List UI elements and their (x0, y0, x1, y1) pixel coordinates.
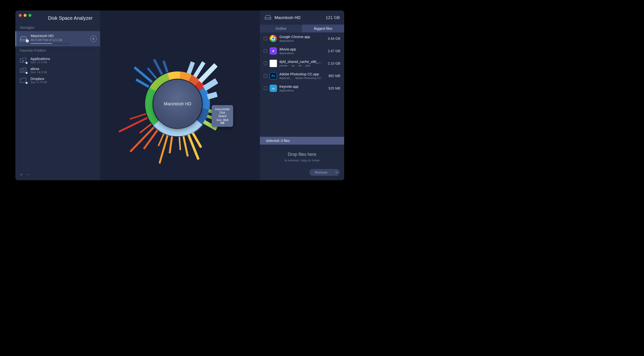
file-row[interactable]: Google Chrome.appApplications3.44 GB (260, 33, 344, 45)
remove-button-label: Remove (309, 169, 333, 176)
app-icon (270, 35, 277, 42)
file-checkbox[interactable] (264, 49, 267, 53)
file-path: Applications (280, 39, 326, 42)
selected-bar: Selected: 0 files (260, 137, 344, 145)
favorite-item[interactable]: alexaSize: 14.3 GB (15, 65, 100, 75)
scan-button[interactable] (90, 36, 97, 42)
zoom-window-button[interactable] (28, 14, 32, 17)
folder-icon (20, 57, 27, 63)
file-size: 525 MB (328, 86, 340, 90)
remove-button-dropdown[interactable] (333, 169, 340, 176)
file-name: Google Chrome.app (280, 35, 326, 39)
disk-icon (20, 36, 28, 42)
file-path: private › var › db › dyld (280, 64, 326, 67)
storage-sub: 40.0 GB Free of 121 GB (31, 38, 88, 42)
remove-button[interactable]: Remove (309, 169, 340, 176)
storage-name: Macintosh HD (31, 34, 88, 38)
app-window: Disk Space Analyzer Storages Macintosh H… (15, 11, 344, 180)
file-row[interactable]: ▭Keynote.appApplications525 MB (260, 82, 344, 95)
favorite-name: Dropbox (30, 77, 47, 81)
add-favorite-button[interactable]: + (20, 172, 23, 177)
file-name: dyld_shared_cache_x86_... (280, 60, 326, 64)
close-window-button[interactable] (19, 14, 22, 17)
file-row[interactable]: PsAdobe Photoshop CC.appApplicati... › A… (260, 70, 344, 82)
file-name: iMovie.app (280, 47, 326, 51)
folder-icon (20, 77, 27, 83)
file-path: Applicati... › Adobe Photoshop CC (280, 77, 326, 80)
center-panel: Macintosh HD Inaccesible Disk Space Size… (100, 11, 260, 180)
svg-point-2 (26, 62, 28, 64)
sunburst-tooltip: Inaccesible Disk Space Size: 33.0 GB (212, 105, 233, 127)
storage-progress (31, 43, 70, 44)
file-row[interactable]: dyld_shared_cache_x86_...private › var ›… (260, 57, 344, 70)
sidebar-footer: + − (15, 169, 100, 180)
file-size: 2.10 GB (328, 61, 340, 65)
tooltip-title: Inaccesible Disk Space (215, 108, 230, 118)
file-name: Adobe Photoshop CC.app (280, 72, 326, 76)
right-header: Macintosh HD 121 GB (260, 11, 344, 25)
favorite-item[interactable]: ApplicationsSize: 11.9 GB (15, 55, 100, 65)
sunburst-chart[interactable]: Macintosh HD Inaccesible Disk Space Size… (128, 38, 232, 153)
disk-icon (264, 14, 272, 21)
sunburst-core[interactable]: Macintosh HD (153, 80, 202, 128)
remove-favorite-button[interactable]: − (26, 172, 30, 177)
tabs: Outline Biggest files (260, 25, 344, 33)
storage-item-macintosh-hd[interactable]: Macintosh HD 40.0 GB Free of 121 GB (15, 31, 100, 46)
svg-point-3 (26, 72, 28, 74)
favorites-list: ApplicationsSize: 11.9 GBalexaSize: 14.3… (15, 54, 100, 86)
file-row[interactable]: ★iMovie.appApplications2.47 GB (260, 45, 344, 57)
file-checkbox[interactable] (264, 87, 267, 90)
svg-point-15 (270, 18, 270, 19)
file-path: Applications (280, 89, 326, 92)
app-icon: Ps (270, 72, 277, 80)
folder-icon (20, 67, 27, 73)
file-checkbox[interactable] (264, 74, 267, 78)
file-name: Keynote.app (280, 85, 326, 89)
file-path: Applications (280, 52, 326, 55)
minimize-window-button[interactable] (24, 14, 26, 17)
favorites-section-label: Favorite Folders (15, 48, 100, 54)
file-checkbox[interactable] (264, 62, 267, 65)
right-disk-name: Macintosh HD (274, 15, 323, 20)
drop-zone[interactable]: Drop files here to remove, copy or move (260, 145, 344, 164)
storages-section-label: Storages (15, 25, 100, 31)
drop-title: Drop files here (262, 152, 342, 157)
favorite-item[interactable]: DropboxSize: 4.79 GB (15, 75, 100, 85)
app-icon: ★ (270, 47, 277, 55)
tooltip-size: Size: 33.0 GB (215, 118, 230, 124)
storage-item-text: Macintosh HD 40.0 GB Free of 121 GB (31, 34, 88, 44)
chevron-down-icon (336, 172, 337, 173)
favorite-size: Size: 14.3 GB (30, 71, 47, 74)
app-icon: ▭ (270, 85, 277, 92)
file-list[interactable]: Google Chrome.appApplications3.44 GB★iMo… (260, 33, 344, 137)
file-size: 892 MB (328, 74, 340, 78)
window-controls (19, 14, 32, 17)
sidebar: Disk Space Analyzer Storages Macintosh H… (15, 11, 100, 180)
sunburst-core-label: Macintosh HD (164, 101, 191, 107)
bottom-bar: Remove (260, 164, 344, 180)
right-panel: Macintosh HD 121 GB Outline Biggest file… (260, 11, 344, 180)
file-size: 3.44 GB (328, 37, 340, 41)
tab-biggest-files[interactable]: Biggest files (302, 25, 344, 33)
favorite-name: alexa (30, 67, 47, 71)
right-disk-size: 121 GB (326, 15, 340, 20)
svg-point-4 (26, 82, 28, 84)
file-size: 2.47 GB (328, 49, 340, 53)
app-icon (270, 60, 277, 67)
favorite-size: Size: 11.9 GB (30, 61, 50, 64)
drop-sub: to remove, copy or move (262, 158, 342, 162)
favorite-name: Applications (30, 57, 50, 61)
favorite-size: Size: 4.79 GB (30, 81, 47, 84)
tab-outline[interactable]: Outline (260, 25, 302, 33)
file-checkbox[interactable] (264, 37, 267, 40)
